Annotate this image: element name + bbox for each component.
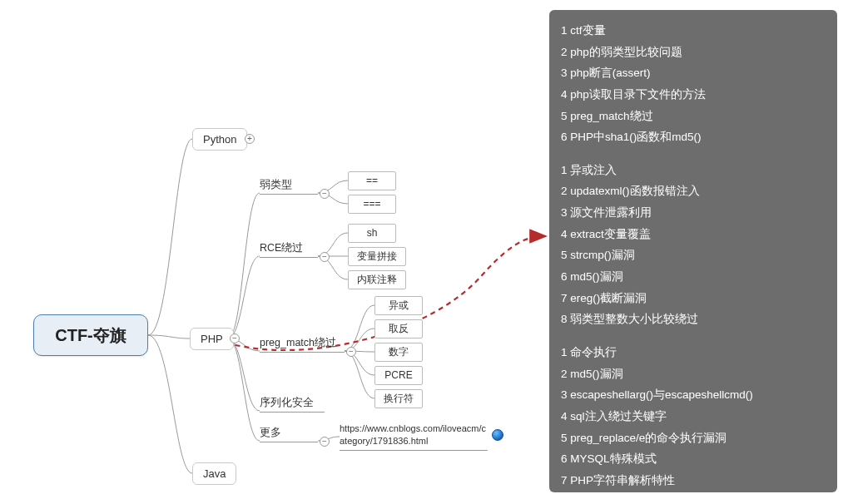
main-topic-label: Python — [203, 133, 236, 146]
notes-line: 3 php断言(assert) — [561, 62, 826, 84]
subtopic-label: preg_match绕过 — [260, 336, 336, 350]
notes-line: 8 弱类型整数大小比较绕过 — [561, 309, 826, 330]
leaf-label: 异或 — [389, 299, 409, 311]
notes-line: 1 命令执行 — [561, 342, 826, 363]
central-topic-label: CTF-夺旗 — [55, 324, 126, 347]
leaf-newline[interactable]: 换行符 — [374, 389, 423, 408]
central-topic[interactable]: CTF-夺旗 — [33, 314, 148, 356]
leaf-varconcat[interactable]: 变量拼接 — [348, 247, 406, 266]
leaf-label: 数字 — [389, 346, 409, 358]
leaf-eq2[interactable]: == — [348, 171, 396, 190]
notes-group-1: 1 ctf变量 2 php的弱类型比较问题 3 php断言(assert) 4 … — [561, 20, 826, 148]
collapse-toggle-weak[interactable]: − — [320, 189, 330, 199]
notes-line: 2 updatexml()函数报错注入 — [561, 180, 826, 202]
subtopic-label: RCE绕过 — [260, 241, 303, 255]
main-topic-java[interactable]: Java — [192, 462, 236, 485]
leaf-label: 换行符 — [384, 393, 414, 404]
main-topic-label: PHP — [201, 333, 223, 345]
notes-line: 6 MYSQL特殊模式 — [561, 448, 826, 470]
leaf-label: https://www.cnblogs.com/iloveacm/categor… — [340, 423, 486, 446]
collapse-toggle-php[interactable]: − — [230, 334, 240, 343]
leaf-label: 变量拼接 — [357, 250, 397, 262]
expand-toggle-python[interactable]: + — [245, 134, 255, 144]
notes-line: 6 PHP中sha1()函数和md5() — [561, 126, 826, 148]
subtopic-label: 序列化安全 — [260, 396, 314, 410]
subtopic-pregmatch[interactable]: preg_match绕过 — [260, 334, 345, 353]
collapse-toggle-rce[interactable]: − — [320, 252, 330, 262]
subtopic-label: 更多 — [260, 426, 281, 440]
notes-group-2: 1 异或注入 2 updatexml()函数报错注入 3 源文件泄露利用 4 e… — [561, 160, 826, 330]
notes-line: 3 源文件泄露利用 — [561, 202, 826, 224]
notes-line: 6 md5()漏洞 — [561, 266, 826, 288]
notes-panel: 1 ctf变量 2 php的弱类型比较问题 3 php断言(assert) 4 … — [549, 10, 837, 492]
main-topic-label: Java — [203, 467, 226, 480]
leaf-label: PCRE — [384, 369, 412, 381]
notes-line: 1 异或注入 — [561, 160, 826, 181]
globe-icon — [492, 429, 503, 441]
mindmap-canvas: CTF-夺旗 Python + PHP − Java 弱类型 − RCE绕过 −… — [0, 0, 848, 504]
subtopic-rce[interactable]: RCE绕过 — [260, 240, 318, 258]
notes-line: 4 extract变量覆盖 — [561, 224, 826, 245]
collapse-toggle-pregmatch[interactable]: − — [346, 347, 356, 357]
notes-line: 2 php的弱类型比较问题 — [561, 42, 826, 63]
notes-line: 5 preg_match绕过 — [561, 106, 826, 127]
notes-group-3: 1 命令执行 2 md5()漏洞 3 escapeshellarg()与esca… — [561, 342, 826, 491]
leaf-pcre[interactable]: PCRE — [374, 366, 423, 385]
leaf-numeric[interactable]: 数字 — [374, 343, 423, 362]
leaf-label: 取反 — [389, 323, 409, 334]
leaf-sh[interactable]: sh — [348, 224, 396, 243]
main-topic-python[interactable]: Python — [192, 128, 247, 151]
leaf-xor[interactable]: 异或 — [374, 296, 423, 315]
leaf-eq3[interactable]: === — [348, 195, 396, 214]
main-topic-php[interactable]: PHP — [190, 328, 234, 350]
notes-line: 1 ctf变量 — [561, 20, 826, 42]
collapse-toggle-more[interactable]: − — [320, 437, 330, 447]
notes-line: 7 PHP字符串解析特性 — [561, 470, 826, 492]
leaf-inlinecomment[interactable]: 内联注释 — [348, 270, 406, 289]
leaf-label: === — [363, 198, 380, 210]
notes-line: 5 strcmp()漏洞 — [561, 245, 826, 266]
notes-line: 2 md5()漏洞 — [561, 363, 826, 385]
notes-line: 5 preg_replace/e的命令执行漏洞 — [561, 427, 826, 449]
notes-line: 4 php读取目录下文件的方法 — [561, 84, 826, 106]
leaf-label: sh — [367, 227, 378, 239]
subtopic-weak-type[interactable]: 弱类型 — [260, 176, 318, 195]
leaf-negate[interactable]: 取反 — [374, 319, 423, 338]
notes-line: 3 escapeshellarg()与escapeshellcmd() — [561, 384, 826, 406]
subtopic-serialization[interactable]: 序列化安全 — [260, 394, 325, 413]
notes-line: 7 ereg()截断漏洞 — [561, 288, 826, 309]
subtopic-more[interactable]: 更多 — [260, 424, 318, 442]
notes-line: 4 sql注入绕过关键字 — [561, 406, 826, 427]
leaf-more-url[interactable]: https://www.cnblogs.com/iloveacm/categor… — [340, 422, 488, 451]
leaf-label: 内联注释 — [357, 274, 397, 285]
subtopic-label: 弱类型 — [260, 178, 292, 192]
leaf-label: == — [366, 175, 378, 186]
